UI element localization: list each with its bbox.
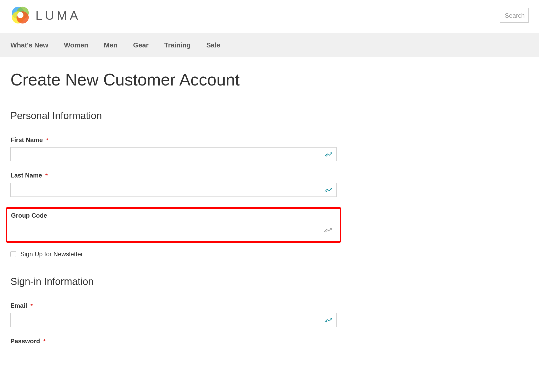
field-password: Password * bbox=[10, 338, 337, 345]
required-mark: * bbox=[46, 137, 49, 143]
section-signin-info: Sign-in Information bbox=[10, 276, 337, 291]
last-name-input[interactable] bbox=[10, 183, 337, 197]
email-input[interactable] bbox=[10, 313, 337, 327]
main-content: Create New Customer Account Personal Inf… bbox=[0, 57, 539, 368]
svg-point-4 bbox=[17, 12, 23, 18]
brand-name: LUMA bbox=[35, 8, 81, 23]
email-label: Email * bbox=[10, 302, 337, 309]
required-mark: * bbox=[31, 303, 33, 309]
field-first-name: First Name * bbox=[10, 136, 337, 161]
field-group-code: Group Code bbox=[11, 212, 336, 237]
main-nav: What's New Women Men Gear Training Sale bbox=[0, 33, 539, 57]
password-label: Password * bbox=[10, 338, 337, 345]
newsletter-row: Sign Up for Newsletter bbox=[10, 250, 337, 258]
required-mark: * bbox=[45, 172, 48, 179]
nav-whats-new[interactable]: What's New bbox=[10, 33, 48, 57]
brand-logo[interactable]: LUMA bbox=[10, 5, 81, 26]
nav-gear[interactable]: Gear bbox=[133, 33, 148, 57]
newsletter-checkbox[interactable] bbox=[10, 251, 16, 257]
field-email: Email * bbox=[10, 302, 337, 327]
luma-logo-icon bbox=[10, 5, 31, 26]
nav-men[interactable]: Men bbox=[104, 33, 117, 57]
last-name-label: Last Name * bbox=[10, 172, 337, 179]
newsletter-label: Sign Up for Newsletter bbox=[20, 250, 83, 258]
field-last-name: Last Name * bbox=[10, 172, 337, 197]
page-title: Create New Customer Account bbox=[10, 70, 529, 89]
page-header: LUMA Search bbox=[0, 0, 539, 33]
search-input[interactable]: Search bbox=[500, 8, 529, 23]
nav-training[interactable]: Training bbox=[164, 33, 191, 57]
group-code-input[interactable] bbox=[11, 223, 336, 237]
group-code-highlight: Group Code bbox=[6, 207, 341, 243]
first-name-label: First Name * bbox=[10, 136, 337, 144]
last-name-label-text: Last Name bbox=[10, 172, 42, 179]
password-label-text: Password bbox=[10, 338, 40, 345]
first-name-label-text: First Name bbox=[10, 136, 43, 143]
section-personal-info: Personal Information bbox=[10, 110, 337, 125]
group-code-label: Group Code bbox=[11, 212, 336, 219]
required-mark: * bbox=[43, 338, 46, 345]
nav-women[interactable]: Women bbox=[64, 33, 88, 57]
email-label-text: Email bbox=[10, 302, 27, 309]
first-name-input[interactable] bbox=[10, 147, 337, 161]
create-account-form: Personal Information First Name * Last N… bbox=[10, 110, 337, 345]
nav-sale[interactable]: Sale bbox=[206, 33, 220, 57]
